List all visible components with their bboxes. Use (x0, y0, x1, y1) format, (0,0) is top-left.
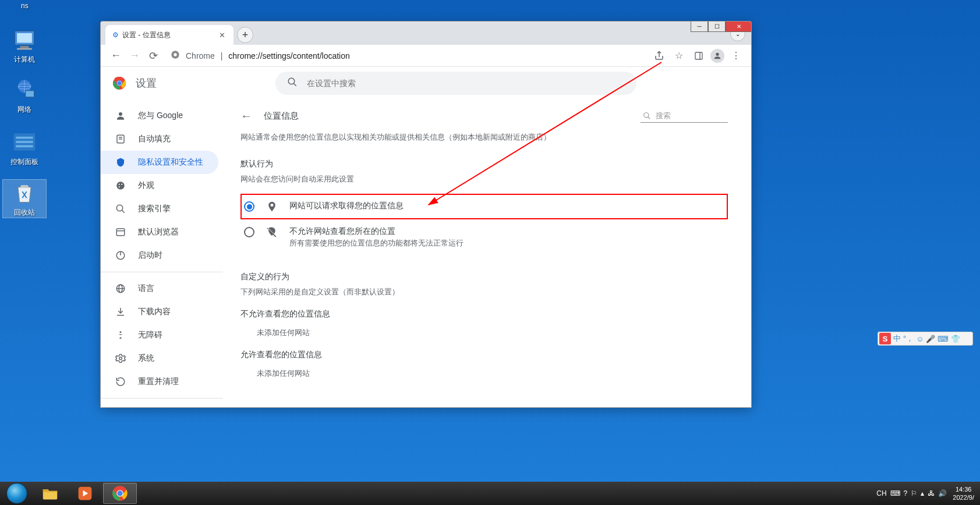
tray-clock[interactable]: 14:36 2022/9/ (953, 485, 974, 502)
ime-mic-icon[interactable]: 🎤 (926, 335, 935, 343)
tray-keyboard-icon[interactable]: ⌨ (890, 489, 900, 497)
radio-block-label: 不允许网站查看您所在的位置 (289, 226, 464, 237)
reload-button[interactable]: ⟳ (145, 48, 161, 64)
reset-icon (115, 376, 126, 387)
settings-page-title: 设置 (136, 76, 157, 90)
new-tab-button[interactable]: + (237, 27, 253, 43)
ime-toolbar[interactable]: S 中 °， ☺ 🎤 ⌨ 👕 (878, 332, 973, 346)
settings-sidebar: 您与 Google 自动填充 隐私设置和安全性 外观 搜索引擎 默认浏览器 (101, 99, 223, 408)
toolbar: ← → ⟳ Chrome | chrome://settings/content… (101, 45, 751, 67)
settings-search-input[interactable] (307, 79, 625, 88)
profile-button[interactable] (710, 49, 724, 63)
shield-icon (115, 157, 126, 168)
network-icon (12, 77, 37, 102)
content-search[interactable]: 搜索 (641, 109, 728, 123)
svg-line-31 (122, 210, 125, 213)
radio-button[interactable] (244, 227, 254, 237)
taskbar: CH ⌨ ? ⚐ ▴ 🖧 🔊 14:36 2022/9/ (0, 482, 980, 505)
custom-behavior-sub: 下列网站采用的是自定义设置（而非默认设置） (240, 287, 728, 297)
sidepanel-button[interactable] (691, 48, 707, 64)
sidebar-item-appearance[interactable]: 外观 (101, 174, 218, 197)
system-tray: CH ⌨ ? ⚐ ▴ 🖧 🔊 14:36 2022/9/ (876, 485, 980, 502)
sidebar-item-accessibility[interactable]: 无障碍 (101, 323, 218, 347)
svg-point-12 (174, 53, 176, 56)
settings-search-box[interactable] (275, 72, 636, 95)
window-maximize-button[interactable]: ☐ (708, 21, 726, 32)
sidebar-item-downloads[interactable]: 下载内容 (101, 300, 218, 323)
content-title: 位置信息 (264, 111, 629, 122)
computer-icon (12, 27, 37, 52)
sidebar-item-default-browser[interactable]: 默认浏览器 (101, 221, 218, 244)
sidebar-item-on-startup[interactable]: 启动时 (101, 244, 218, 267)
media-player-icon (77, 485, 93, 502)
tray-network-icon[interactable]: 🖧 (928, 489, 935, 497)
content-back-button[interactable]: ← (240, 109, 252, 123)
block-list-title: 不允许查看您的位置信息 (240, 309, 728, 319)
window-close-button[interactable]: ✕ (726, 21, 752, 32)
download-icon (115, 306, 126, 318)
svg-point-27 (119, 184, 120, 185)
desktop-icon-computer[interactable]: 计算机 (2, 27, 47, 65)
browser-icon (115, 226, 126, 238)
desktop-icon-network[interactable]: 网络 (2, 77, 47, 115)
tray-chevron-icon[interactable]: ▴ (921, 489, 924, 497)
person-icon (115, 110, 126, 122)
allow-list-title: 允许查看您的位置信息 (240, 350, 728, 360)
url-bar[interactable]: Chrome | chrome://settings/content/locat… (164, 47, 649, 65)
radio-option-block[interactable]: 不允许网站查看您所在的位置 所有需要使用您的位置信息的功能都将无法正常运行 (240, 219, 728, 255)
sidebar-item-reset[interactable]: 重置并清理 (101, 370, 218, 393)
svg-rect-8 (16, 137, 33, 139)
svg-rect-6 (26, 91, 34, 97)
taskbar-app-media[interactable] (68, 483, 102, 504)
desktop-icon-recycle-bin[interactable]: 回收站 (2, 179, 47, 218)
tab-settings[interactable]: ⚙ 设置 - 位置信息 ✕ (105, 25, 233, 45)
sidebar-item-privacy-security[interactable]: 隐私设置和安全性 (101, 151, 218, 174)
taskbar-app-explorer[interactable] (33, 483, 67, 504)
ime-emoji-icon[interactable]: ☺ (916, 335, 924, 343)
control-panel-icon (12, 129, 37, 155)
svg-point-39 (120, 331, 122, 333)
location-icon (266, 201, 278, 212)
ime-punct-icon[interactable]: °， (903, 333, 914, 344)
chrome-icon (112, 485, 128, 502)
tab-close-button[interactable]: ✕ (217, 30, 227, 40)
svg-point-43 (644, 112, 649, 117)
taskbar-app-chrome[interactable] (103, 483, 137, 504)
search-icon (115, 203, 126, 215)
search-icon (643, 112, 651, 120)
menu-button[interactable]: ⋮ (728, 48, 744, 64)
share-button[interactable] (651, 48, 667, 64)
location-off-icon (266, 226, 278, 238)
ime-keyboard-icon[interactable]: ⌨ (937, 335, 949, 343)
svg-line-44 (648, 116, 650, 119)
window-minimize-button[interactable]: ─ (691, 21, 708, 32)
svg-point-29 (119, 186, 120, 187)
start-button[interactable] (1, 482, 33, 505)
ime-mode[interactable]: 中 (893, 333, 901, 344)
settings-icon (115, 353, 126, 364)
radio-option-ask[interactable]: 网站可以请求取得您的位置信息 (240, 194, 728, 219)
forward-button[interactable]: → (126, 48, 143, 64)
tray-volume-icon[interactable]: 🔊 (938, 489, 947, 497)
radio-ask-label: 网站可以请求取得您的位置信息 (289, 201, 404, 211)
desktop-icon-control-panel[interactable]: 控制面板 (2, 129, 47, 167)
tray-help-icon[interactable]: ? (904, 489, 908, 497)
sidebar-item-you-google[interactable]: 您与 Google (101, 104, 218, 127)
svg-rect-9 (16, 141, 33, 143)
tray-security-icon[interactable]: ⚐ (911, 489, 917, 497)
radio-button-selected[interactable] (244, 201, 254, 212)
ns-label: ns (21, 2, 29, 10)
svg-rect-2 (20, 46, 29, 48)
gear-icon: ⚙ (112, 31, 119, 39)
svg-line-21 (293, 83, 296, 86)
back-button[interactable]: ← (108, 48, 124, 64)
sidebar-item-extensions[interactable]: 扩展程序 (101, 403, 218, 408)
tray-lang-indicator[interactable]: CH (876, 489, 886, 497)
chrome-logo-icon (112, 76, 126, 90)
sidebar-item-system[interactable]: 系统 (101, 347, 218, 370)
sidebar-item-autofill[interactable]: 自动填充 (101, 127, 218, 151)
ime-skin-icon[interactable]: 👕 (951, 335, 960, 343)
sidebar-item-search-engine[interactable]: 搜索引擎 (101, 197, 218, 221)
sidebar-item-languages[interactable]: 语言 (101, 277, 218, 300)
bookmark-button[interactable]: ☆ (671, 48, 687, 64)
